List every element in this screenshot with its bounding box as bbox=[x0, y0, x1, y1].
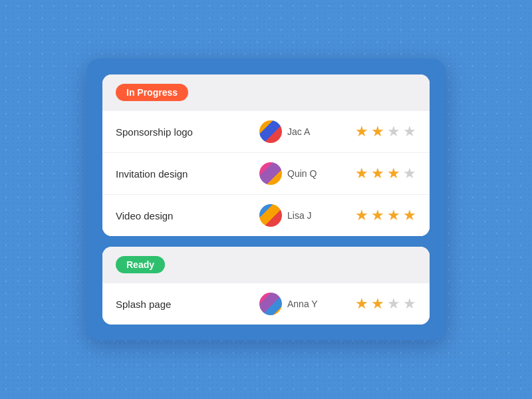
task-row[interactable]: Splash pageAnna Y★★★★ bbox=[102, 283, 430, 325]
star-filled[interactable]: ★ bbox=[355, 166, 368, 181]
task-name: Invitation design bbox=[116, 168, 259, 180]
star-filled[interactable]: ★ bbox=[371, 297, 384, 311]
star-empty[interactable]: ★ bbox=[403, 124, 416, 139]
star-empty[interactable]: ★ bbox=[387, 124, 400, 139]
status-badge-in-progress: In Progress bbox=[116, 84, 188, 101]
assignee-name: Anna Y bbox=[287, 299, 318, 309]
section-header-in-progress: In Progress bbox=[102, 74, 430, 110]
star-empty[interactable]: ★ bbox=[403, 297, 416, 311]
star-filled[interactable]: ★ bbox=[371, 166, 384, 181]
task-name: Video design bbox=[116, 210, 259, 221]
star-filled[interactable]: ★ bbox=[371, 124, 384, 139]
avatar bbox=[259, 293, 282, 315]
star-rating[interactable]: ★★★★ bbox=[352, 297, 416, 311]
assignee: Quin Q bbox=[259, 162, 352, 185]
assignee-name: Jac A bbox=[287, 126, 310, 137]
assignee: Anna Y bbox=[259, 293, 352, 315]
star-rating[interactable]: ★★★★ bbox=[352, 208, 416, 223]
avatar bbox=[259, 162, 282, 185]
star-filled[interactable]: ★ bbox=[371, 208, 384, 223]
section-card-in-progress: In ProgressSponsorship logoJac A★★★★Invi… bbox=[102, 74, 430, 236]
star-filled[interactable]: ★ bbox=[403, 208, 416, 223]
task-row[interactable]: Sponsorship logoJac A★★★★ bbox=[102, 110, 430, 152]
task-name: Splash page bbox=[116, 299, 259, 310]
main-panel: In ProgressSponsorship logoJac A★★★★Invi… bbox=[86, 59, 446, 340]
star-empty[interactable]: ★ bbox=[387, 297, 400, 311]
task-name: Sponsorship logo bbox=[116, 126, 259, 138]
star-filled[interactable]: ★ bbox=[355, 297, 368, 311]
star-empty[interactable]: ★ bbox=[403, 166, 416, 181]
assignee-name: Quin Q bbox=[287, 168, 317, 179]
star-rating[interactable]: ★★★★ bbox=[352, 124, 416, 139]
avatar bbox=[259, 204, 282, 227]
star-filled[interactable]: ★ bbox=[355, 208, 368, 223]
star-filled[interactable]: ★ bbox=[355, 124, 368, 139]
section-header-ready: Ready bbox=[102, 247, 430, 283]
assignee: Jac A bbox=[259, 120, 352, 143]
assignee-name: Lisa J bbox=[287, 210, 312, 221]
star-filled[interactable]: ★ bbox=[387, 208, 400, 223]
task-row[interactable]: Invitation designQuin Q★★★★ bbox=[102, 152, 430, 194]
assignee: Lisa J bbox=[259, 204, 352, 227]
star-rating[interactable]: ★★★★ bbox=[352, 166, 416, 181]
section-card-ready: ReadySplash pageAnna Y★★★★ bbox=[102, 247, 430, 325]
task-row[interactable]: Video designLisa J★★★★ bbox=[102, 194, 430, 236]
status-badge-ready: Ready bbox=[116, 256, 165, 273]
star-filled[interactable]: ★ bbox=[387, 166, 400, 181]
avatar bbox=[259, 120, 282, 143]
